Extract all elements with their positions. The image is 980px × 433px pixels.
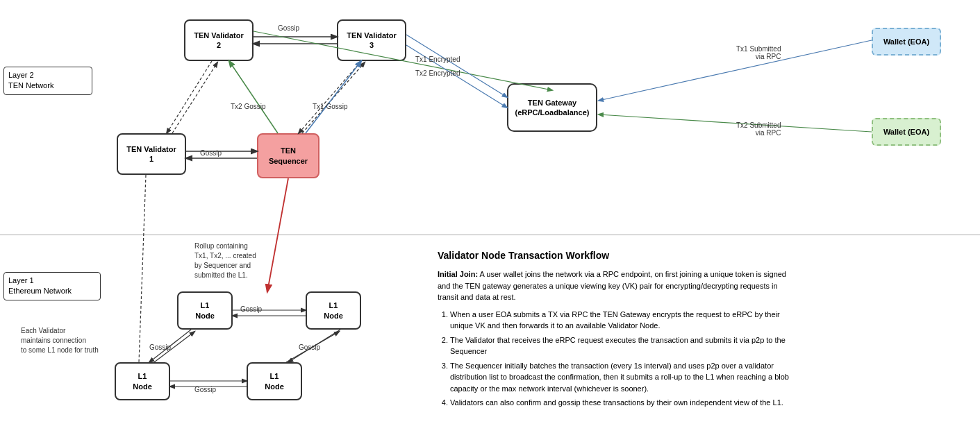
tx2-gossip-seq-to-tv2 (229, 61, 278, 133)
tx2-gossip-label: Tx2 Gossip (231, 103, 266, 110)
tv1-l1-connection (139, 175, 146, 362)
each-validator-label: Each Validator maintains connection to s… (21, 326, 99, 355)
tv3-to-seq-dashed (299, 61, 361, 133)
l1-gossip-label-3: Gossip (194, 386, 216, 393)
l1-node-top-left: L1 Node (177, 291, 233, 330)
l1-node-bottom-right: L1 Node (247, 362, 302, 400)
gossip-tv1-seq-label: Gossip (200, 149, 222, 157)
wallet-blue-node: Wallet (EOA) (872, 28, 941, 56)
ten-validator-2-node: TEN Validator 2 (184, 19, 254, 61)
tx2-submitted-wallet-gw (599, 114, 872, 132)
rollup-label: Rollup containing Tx1, Tx2, ... created … (194, 241, 256, 280)
gossip-tv2-tv3-label: Gossip (278, 24, 299, 32)
tx1-submitted-wallet-gw (599, 40, 872, 101)
info-step-4: Validators can also confirm and gossip t… (450, 397, 799, 409)
l1-gossip-label-2: Gossip (149, 343, 171, 351)
l1-node-top-right: L1 Node (306, 291, 361, 330)
diagram-container: Layer 2 TEN Network Layer 1 Ethereum Net… (0, 0, 980, 433)
info-step-2: The Validator that receives the eRPC req… (450, 334, 799, 357)
wallet-green-node: Wallet (EOA) (872, 118, 941, 146)
tx1-encrypted-tv3-gw (406, 35, 507, 97)
seq-to-tv3-dashed (302, 62, 365, 133)
tx2-submitted-label: Tx2 Submitted via RPC (736, 121, 781, 137)
l1-gossip-label-4: Gossip (299, 343, 320, 351)
ten-validator-3-node: TEN Validator 3 (337, 19, 406, 61)
info-step-1: When a user EOA submits a TX via RPC the… (450, 309, 799, 332)
tx1-gossip-seq-to-tv3 (306, 61, 361, 133)
info-panel: Validator Node Transaction Workflow Init… (438, 248, 799, 411)
l1-layer-label: Layer 1 Ethereum Network (3, 272, 101, 300)
l2-layer-label: Layer 2 TEN Network (3, 67, 92, 95)
tv1-to-tv2-dashed (172, 62, 217, 133)
tx1-gossip-label: Tx1 Gossip (313, 103, 348, 110)
l1-gossip-label-1: Gossip (240, 305, 262, 313)
tx2-encrypted-label: Tx2 Encrypted (415, 69, 460, 77)
layer-divider (0, 235, 980, 235)
info-steps-list: When a user EOA submits a TX via RPC the… (438, 309, 799, 409)
ten-sequencer-node: TEN Sequencer (257, 133, 319, 178)
tx1-encrypted-label: Tx1 Encrypted (415, 56, 460, 63)
ten-gateway-node: TEN Gateway (eRPC/Loadbalance) (507, 83, 597, 132)
info-initial-join: Initial Join: A user wallet joins the ne… (438, 269, 799, 303)
l1-node-bottom-left: L1 Node (115, 362, 170, 400)
tx1-submitted-label: Tx1 Submitted via RPC (736, 45, 781, 60)
tv2-to-tv1-dashed (167, 61, 212, 133)
info-step-3: The Sequencer initially batches the tran… (450, 360, 799, 395)
ten-validator-1-node: TEN Validator 1 (117, 133, 186, 175)
info-title: Validator Node Transaction Workflow (438, 248, 799, 263)
